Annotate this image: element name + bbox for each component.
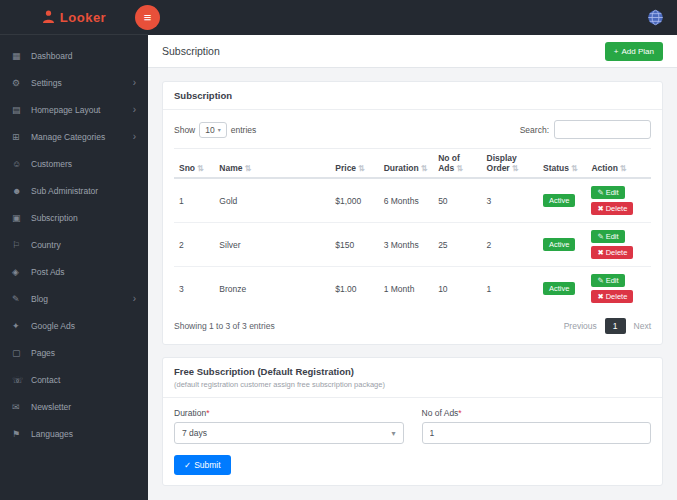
duration-field-group: Duration* 7 days ▾ [174,408,404,444]
chevron-right-icon: › [133,293,136,304]
sub-admin-icon: ☻ [12,186,31,196]
sidebar-item-newsletter[interactable]: ✉ Newsletter [0,393,148,420]
sort-icon: ⇅ [197,164,204,173]
header-duration[interactable]: Duration⇅ [379,149,433,179]
header-price[interactable]: Price⇅ [330,149,378,179]
sidebar-item-google-ads[interactable]: ✦ Google Ads [0,312,148,339]
languages-icon: ⚑ [12,429,31,439]
sidebar-item-dashboard[interactable]: ▦ Dashboard [0,42,148,69]
header-status[interactable]: Status⇅ [538,149,586,179]
header-name[interactable]: Name⇅ [214,149,330,179]
entries-select[interactable]: 10 ▾ [199,122,226,138]
cell-name: Bronze [214,267,330,311]
subscription-icon: ▣ [12,213,31,223]
sidebar-item-blog[interactable]: ✎ Blog › [0,285,148,312]
sidebar-item-settings[interactable]: ⚙ Settings › [0,69,148,96]
cell-sno: 2 [174,223,214,267]
delete-button[interactable]: ✖Delete [591,290,633,303]
chevron-right-icon: › [133,131,136,142]
cell-sno: 1 [174,178,214,223]
sidebar-item-manage-categories[interactable]: ⊞ Manage Categories › [0,123,148,150]
table-info: Showing 1 to 3 of 3 entries [174,321,275,331]
sidebar-item-pages[interactable]: ▢ Pages [0,339,148,366]
main-area: Subscription + Add Plan Subscription Sho… [148,35,677,500]
table-row: 2 Silver $150 3 Months 25 2 Active ✎Edit [174,223,651,267]
sidebar-item-languages[interactable]: ⚑ Languages [0,420,148,447]
sidebar-item-homepage-layout[interactable]: ▤ Homepage Layout › [0,96,148,123]
sidebar-toggle-button[interactable]: ≡ [135,5,160,30]
free-subscription-form: Duration* 7 days ▾ No of Ads* [174,408,651,444]
table-controls: Show 10 ▾ entries Search: [174,120,651,139]
header-no-of-ads[interactable]: No of Ads⇅ [433,149,481,179]
trash-icon: ✖ [597,248,603,257]
chevron-down-icon: ▾ [218,126,221,133]
page-title: Subscription [162,45,220,57]
sort-icon: ⇅ [358,164,365,173]
pagination-next[interactable]: Next [634,321,651,331]
search-input[interactable] [554,120,651,139]
sidebar-item-contact[interactable]: ☏ Contact [0,366,148,393]
submit-button[interactable]: ✓ Submit [174,455,231,475]
no-of-ads-input[interactable] [422,422,652,444]
categories-icon: ⊞ [12,132,31,142]
plus-icon: + [614,47,619,56]
table-header-row: Sno⇅ Name⇅ Price⇅ Duration⇅ No of Ads⇅ D… [174,149,651,179]
dashboard-icon: ▦ [12,51,31,61]
pagination-page-1[interactable]: 1 [605,318,626,334]
cell-display-order: 1 [482,267,538,311]
header-display-order[interactable]: Display Order⇅ [482,149,538,179]
table-footer: Showing 1 to 3 of 3 entries Previous 1 N… [174,318,651,334]
duration-select[interactable]: 7 days ▾ [174,422,404,444]
sort-icon: ⇅ [571,164,578,173]
header-action[interactable]: Action⇅ [586,149,651,179]
edit-button[interactable]: ✎Edit [591,186,624,199]
edit-button[interactable]: ✎Edit [591,274,624,287]
required-asterisk: * [206,408,209,418]
check-icon: ✓ [184,460,191,470]
chevron-right-icon: › [133,104,136,115]
sort-icon: ⇅ [456,164,463,173]
delete-button[interactable]: ✖Delete [591,202,633,215]
edit-pencil-icon: ✎ [597,188,603,197]
sidebar-item-customers[interactable]: ☺ Customers [0,150,148,177]
sidebar-item-post-ads[interactable]: ◈ Post Ads [0,258,148,285]
edit-pencil-icon: ✎ [597,232,603,241]
sort-icon: ⇅ [620,164,627,173]
table-row: 1 Gold $1,000 6 Months 50 3 Active ✎Edit [174,178,651,223]
app-window: Looker ▦ Dashboard ⚙ Settings › ▤ Homepa… [0,0,677,500]
cell-no-of-ads: 25 [433,223,481,267]
cell-price: $1,000 [330,178,378,223]
logo[interactable]: Looker [0,0,148,35]
sidebar: Looker ▦ Dashboard ⚙ Settings › ▤ Homepa… [0,0,148,500]
free-subscription-header: Free Subscription (Default Registration)… [163,358,662,398]
cell-price: $150 [330,223,378,267]
subscription-card-header: Subscription [163,82,662,110]
sort-icon: ⇅ [512,164,519,173]
sort-icon: ⇅ [421,164,428,173]
cell-name: Gold [214,178,330,223]
trash-icon: ✖ [597,204,603,213]
header-sno[interactable]: Sno⇅ [174,149,214,179]
add-plan-button[interactable]: + Add Plan [605,42,663,61]
chevron-down-icon: ▾ [391,429,395,438]
free-subscription-body: Duration* 7 days ▾ No of Ads* [163,398,662,485]
status-badge: Active [543,194,575,207]
page-header-bar: Subscription + Add Plan [148,35,677,68]
cell-duration: 1 Month [379,267,433,311]
sidebar-item-sub-administrator[interactable]: ☻ Sub Administrator [0,177,148,204]
no-of-ads-field-group: No of Ads* [422,408,652,444]
search-control: Search: [520,120,651,139]
status-badge: Active [543,282,575,295]
sort-icon: ⇅ [244,164,251,173]
language-globe-icon[interactable] [647,9,664,26]
free-subscription-title: Free Subscription (Default Registration) [174,366,651,377]
sidebar-item-country[interactable]: ⚐ Country [0,231,148,258]
edit-button[interactable]: ✎Edit [591,230,624,243]
no-of-ads-label: No of Ads* [422,408,652,418]
page-length-control: Show 10 ▾ entries [174,122,256,138]
logo-person-icon [42,10,55,24]
cell-name: Silver [214,223,330,267]
pagination-previous[interactable]: Previous [564,321,597,331]
delete-button[interactable]: ✖Delete [591,246,633,259]
sidebar-item-subscription[interactable]: ▣ Subscription [0,204,148,231]
